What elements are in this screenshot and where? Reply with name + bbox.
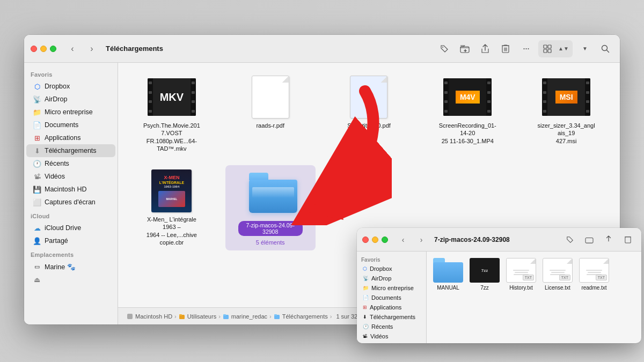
search-button[interactable]	[597, 41, 613, 56]
sidebar-label-applications: Applications	[45, 134, 80, 142]
file-item-mkv[interactable]: MKV Psych.The.Movie.2017.VOSTFR.1080p.WE…	[127, 71, 217, 157]
secondary-sidebar-videos[interactable]: 📽 Vidéos	[358, 331, 425, 341]
sidebar-item-recents[interactable]: 🕐 Récents	[26, 157, 115, 170]
sort-button[interactable]: ▲▼	[555, 41, 572, 56]
breadcrumb-utilisateurs[interactable]: Utilisateurs	[179, 313, 216, 320]
sidebar-item-marine[interactable]: ▭ Marine 🐾	[26, 260, 115, 273]
sidebar-item-captures[interactable]: ⬜ Captures d'écran	[26, 196, 115, 209]
secondary-sidebar-macintosh[interactable]: 💾 Macintosh HD	[358, 341, 425, 343]
secondary-close-button[interactable]	[362, 237, 369, 243]
forward-button[interactable]: ›	[84, 41, 99, 56]
grid-view-icon	[543, 45, 552, 53]
utilisateurs-folder-icon	[179, 313, 185, 320]
svg-point-7	[602, 45, 608, 50]
search-icon	[601, 45, 610, 53]
secondary-maximize-button[interactable]	[382, 237, 388, 243]
file-label-sans-titre: Sans titre-10.pdf	[347, 122, 391, 129]
tag-button[interactable]	[436, 41, 452, 56]
secondary-file-7zz[interactable]: 7zz 7zz	[470, 258, 500, 291]
secondary-file-manual[interactable]: MANUAL	[433, 258, 463, 291]
svg-rect-4	[548, 45, 551, 48]
trash-icon	[502, 44, 509, 53]
m4v-thumbnail: M4V	[441, 76, 494, 119]
delete-button[interactable]	[497, 41, 514, 56]
secondary-sidebar-airdrop[interactable]: 📡 AirDrop	[358, 274, 425, 283]
file-label-m4v: ScreenRecording_01-14-2025 11-16-30_1.MP…	[438, 122, 497, 145]
xmen-thumbnail: X-MEN L'INTÉGRALE 1963-1964 MARVEL	[145, 169, 199, 212]
sidebar-item-eject[interactable]: ⏏	[26, 273, 115, 286]
svg-rect-18	[625, 237, 631, 243]
sidebar-label-recents: Récents	[45, 160, 69, 167]
svg-rect-3	[544, 45, 547, 48]
new-folder-button[interactable]	[457, 41, 473, 56]
file-item-msi[interactable]: MSI sizer_sizer_3.34_anglais_19427.msi	[521, 71, 611, 157]
sidebar-item-telechargements[interactable]: ⬇ Téléchargements	[26, 144, 115, 157]
folder-icon: 📁	[33, 108, 41, 116]
file-item-xmen[interactable]: X-MEN L'INTÉGRALE 1963-1964 MARVEL X-Men…	[127, 165, 217, 250]
secondary-minimize-button[interactable]	[372, 237, 378, 243]
breadcrumb-macintosh[interactable]: Macintosh HD	[127, 313, 172, 320]
breadcrumb-telechargements[interactable]: Téléchargements	[274, 313, 328, 320]
grid-view-button[interactable]	[539, 41, 555, 56]
sidebar-item-dropbox[interactable]: ⬡ Dropbox	[26, 80, 115, 93]
sidebar-section-icloud: iCloud	[24, 209, 118, 221]
secondary-tag-button[interactable]	[562, 232, 578, 247]
sidebar-item-airdrop[interactable]: 📡 AirDrop	[26, 93, 115, 106]
secondary-finder-window: ‹ › 7-zip-macos-24.09-32908	[357, 228, 641, 343]
share-button[interactable]	[477, 41, 493, 56]
sidebar-item-videos[interactable]: 📽 Vidéos	[26, 170, 115, 183]
breadcrumb-marine[interactable]: marine_redac	[223, 313, 267, 320]
file-label-raads: raads-r.pdf	[256, 122, 284, 129]
secondary-sidebar-telecharge[interactable]: ⬇ Téléchargements	[358, 312, 425, 322]
secondary-file-history[interactable]: TXT History.txt	[506, 258, 536, 291]
secondary-back-button[interactable]: ‹	[396, 232, 411, 247]
secondary-sidebar-documents[interactable]: 📄 Documents	[358, 293, 425, 302]
secondary-file-readme[interactable]: TXT readme.txt	[579, 258, 609, 291]
sidebar-label-dropbox: Dropbox	[45, 83, 70, 90]
history-file-icon: TXT	[506, 258, 536, 283]
tag-icon	[440, 45, 449, 53]
maximize-button[interactable]	[50, 46, 56, 52]
secondary-file-license[interactable]: TXT License.txt	[543, 258, 573, 291]
svg-rect-5	[544, 49, 547, 53]
file-item-raads[interactable]: raads-r.pdf	[225, 71, 316, 157]
view-options: ▲▼	[538, 40, 573, 57]
secondary-share-icon	[605, 235, 612, 244]
secondary-download-icon: ⬇	[363, 314, 367, 320]
secondary-sidebar-dropbox[interactable]: ⬡ Dropbox	[358, 264, 425, 274]
secondary-sidebar-applications[interactable]: ⊞ Applications	[358, 302, 425, 312]
file-item-7zip-folder[interactable]: 7-zip-macos-24.09-32908 5 éléments	[225, 165, 316, 250]
file-item-sans-titre[interactable]: Sans titre-10.pdf	[324, 71, 414, 157]
secondary-sidebar-micro[interactable]: 📁 Micro entreprise	[358, 283, 425, 293]
sidebar-item-micro-entreprise[interactable]: 📁 Micro entreprise	[26, 106, 115, 119]
sidebar-section-favoris: Favoris	[24, 67, 118, 80]
svg-rect-6	[548, 49, 551, 53]
sidebar-item-macintosh[interactable]: 💾 Macintosh HD	[26, 183, 115, 196]
sidebar-item-partage[interactable]: 👤 Partagé	[26, 234, 115, 247]
license-file-icon: TXT	[543, 258, 573, 283]
screenshot-icon: ⬜	[33, 198, 41, 206]
dropbox-icon: ⬡	[33, 82, 41, 91]
secondary-airdrop-icon: 📡	[363, 276, 369, 281]
manual-label: MANUAL	[437, 285, 459, 291]
sidebar-label-macintosh: Macintosh HD	[45, 186, 87, 193]
secondary-forward-button[interactable]: ›	[414, 232, 429, 247]
secondary-share-button[interactable]	[601, 232, 617, 247]
sidebar-item-documents[interactable]: 📄 Documents	[26, 119, 115, 131]
marine-folder-icon	[223, 313, 229, 320]
chevron-down-button[interactable]: ▼	[577, 41, 593, 56]
file-item-m4v[interactable]: M4V ScreenRecording_01-14-2025 11-16-30_…	[422, 71, 513, 157]
back-button[interactable]: ‹	[65, 41, 80, 56]
sidebar-label-airdrop: AirDrop	[45, 95, 67, 103]
sidebar-item-icloud[interactable]: ☁ iCloud Drive	[26, 221, 115, 234]
close-button[interactable]	[31, 46, 37, 52]
minimize-button[interactable]	[40, 46, 47, 52]
sidebar-label-icloud: iCloud Drive	[45, 224, 81, 232]
sidebar-item-applications[interactable]: ⊞ Applications	[26, 131, 115, 144]
file-sublabel-7zip: 5 éléments	[256, 239, 285, 246]
secondary-delete-button[interactable]	[620, 232, 636, 247]
more-button[interactable]: ···	[518, 41, 534, 56]
secondary-new-folder-button[interactable]	[581, 232, 597, 247]
secondary-sidebar-recents[interactable]: 🕐 Récents	[358, 322, 425, 331]
eject-icon: ⏏	[33, 275, 41, 284]
